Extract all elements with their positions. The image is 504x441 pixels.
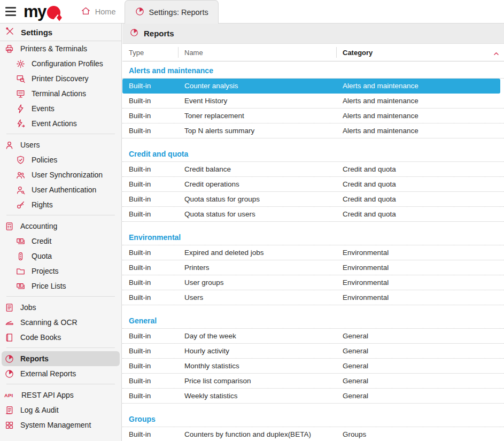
sidebar-item-label: Projects [32, 267, 59, 275]
sidebar-item-label: Rights [32, 200, 53, 209]
chevron-up-icon [491, 49, 499, 56]
column-header-name[interactable]: Name [178, 44, 336, 61]
pie-icon [4, 369, 14, 379]
cell-name: Users [178, 293, 336, 301]
column-header-category[interactable]: Category [336, 44, 504, 61]
tab-home[interactable]: Home [72, 0, 125, 23]
table-row[interactable]: Built-inToner replacementAlerts and main… [122, 109, 504, 123]
cell-type: Built-in [122, 165, 178, 173]
column-header-name-label: Name [184, 49, 203, 57]
sidebar-item-label: Credit [32, 237, 51, 245]
column-header-type[interactable]: Type [122, 44, 178, 61]
traffic-light-icon [15, 251, 26, 261]
menu-icon[interactable] [0, 0, 21, 23]
myq-logo[interactable]: my [24, 0, 60, 23]
table-row[interactable]: Built-inUser groupsEnvironmental [122, 275, 504, 290]
table-row[interactable]: Built-inUsersEnvironmental [122, 290, 504, 305]
sidebar-item-log-audit[interactable]: Log & Audit [0, 403, 121, 417]
sidebar-item-label: Reports [20, 354, 49, 363]
sidebar-item-system-management[interactable]: System Management [0, 417, 121, 432]
report-table-body: Alerts and maintenanceBuilt-inCounter an… [122, 61, 504, 441]
sidebar-item-events[interactable]: Events [0, 101, 121, 116]
banknotes-icon [15, 281, 26, 291]
sidebar-item-label: User Authentication [32, 185, 96, 194]
book-icon [4, 332, 14, 343]
cell-category: Alerts and maintenance [336, 127, 504, 135]
table-row[interactable]: Built-inHourly activityGeneral [122, 344, 504, 359]
tab-settings-reports[interactable]: Settings: Reports [125, 0, 219, 24]
table-row[interactable]: Built-inCounters by function and duplex(… [122, 427, 504, 441]
cell-name: Price list comparison [178, 377, 336, 385]
table-row[interactable]: Built-inPrice list comparisonGeneral [122, 374, 504, 389]
cell-category: General [336, 362, 504, 370]
sidebar-item-user-authentication[interactable]: User Authentication [0, 182, 121, 197]
tab-home-label: Home [95, 7, 116, 16]
cell-type: Built-in [122, 332, 178, 340]
sidebar-item-printers-terminals[interactable]: Printers & Terminals [0, 41, 121, 56]
sidebar-item-reports[interactable]: Reports [2, 351, 120, 366]
report-group-general: GeneralBuilt-inDay of the weekGeneralBui… [122, 312, 504, 404]
sidebar-item-label: Events [32, 104, 55, 113]
cell-category: Environmental [336, 293, 504, 301]
sidebar-item-policies[interactable]: Policies [0, 152, 121, 167]
cell-name: Credit operations [178, 180, 336, 188]
table-row[interactable]: Built-inMonthly statisticsGeneral [122, 359, 504, 374]
cell-category: General [336, 377, 504, 385]
sidebar-item-credit[interactable]: Credit [0, 234, 121, 249]
lightning-icon [15, 104, 26, 114]
sidebar-item-projects[interactable]: Projects [0, 264, 121, 278]
sidebar-item-configuration-profiles[interactable]: Configuration Profiles [0, 56, 121, 71]
sidebar-item-label: Code Books [20, 333, 61, 342]
sidebar-item-event-actions[interactable]: Event Actions [0, 116, 121, 131]
sidebar-item-quota[interactable]: Quota [0, 249, 121, 264]
cell-type: Built-in [122, 249, 178, 257]
cell-category: Alerts and maintenance [336, 112, 504, 120]
sidebar-item-external-reports[interactable]: External Reports [0, 366, 121, 381]
cell-type: Built-in [122, 97, 178, 105]
sidebar-item-user-synchronization[interactable]: User Synchronization [0, 167, 121, 182]
cell-name: User groups [178, 278, 336, 287]
cell-type: Built-in [122, 293, 178, 301]
table-row[interactable]: Built-inQuota status for usersCredit and… [122, 207, 504, 222]
table-row[interactable]: Built-inQuota status for groupsCredit an… [122, 192, 504, 207]
cell-category: Environmental [336, 278, 504, 287]
main-panel: Reports Type Name Category Alerts and ma… [122, 24, 504, 441]
sidebar-item-accounting[interactable]: Accounting [0, 219, 121, 234]
cell-category: Credit and quota [336, 180, 504, 188]
sidebar-item-scanning-ocr[interactable]: Scanning & OCR [0, 315, 121, 330]
sidebar-items: Printers & TerminalsConfiguration Profil… [0, 41, 121, 432]
sidebar-divider [6, 347, 115, 348]
printer-icon [4, 44, 14, 54]
sidebar-item-code-books[interactable]: Code Books [0, 330, 121, 345]
sidebar-item-terminal-actions[interactable]: Terminal Actions [0, 86, 121, 101]
table-row[interactable]: Built-inWeekly statisticsGeneral [122, 389, 504, 404]
sidebar-item-users[interactable]: Users [0, 137, 121, 152]
document-icon [4, 303, 14, 313]
cell-name: Monthly statistics [178, 362, 336, 370]
pie-chart-icon [129, 28, 139, 39]
cell-type: Built-in [122, 278, 178, 287]
cell-category: General [336, 347, 504, 355]
table-row[interactable]: Built-inCredit balanceCredit and quota [122, 162, 504, 177]
table-header: Type Name Category [122, 44, 504, 61]
table-row[interactable]: Built-inDay of the weekGeneral [122, 329, 504, 344]
sidebar-divider [6, 384, 115, 384]
terminal-icon [15, 89, 26, 99]
table-row[interactable]: Built-inTop N alerts summaryAlerts and m… [122, 123, 504, 138]
sidebar-item-label: External Reports [20, 369, 76, 378]
table-row[interactable]: Built-inExpired and deleted jobsEnvironm… [122, 245, 504, 260]
table-row[interactable]: Built-inCredit operationsCredit and quot… [122, 177, 504, 192]
sidebar-item-rights[interactable]: Rights [0, 197, 121, 212]
sidebar-item-jobs[interactable]: Jobs [0, 300, 121, 315]
cell-category: Groups [336, 430, 504, 438]
page-title-bar: Reports [122, 24, 504, 44]
table-row[interactable]: Built-inCounter analysisAlerts and maint… [122, 79, 500, 94]
cell-category: Environmental [336, 264, 504, 272]
table-row[interactable]: Built-inEvent HistoryAlerts and maintena… [122, 94, 504, 109]
sidebar-item-price-lists[interactable]: Price Lists [0, 278, 121, 293]
printer-search-icon [15, 74, 26, 84]
sidebar-item-rest-api-apps[interactable]: APIREST API Apps [0, 388, 121, 403]
folder-icon [15, 266, 26, 276]
sidebar-item-printer-discovery[interactable]: Printer Discovery [0, 71, 121, 86]
table-row[interactable]: Built-inPrintersEnvironmental [122, 260, 504, 275]
